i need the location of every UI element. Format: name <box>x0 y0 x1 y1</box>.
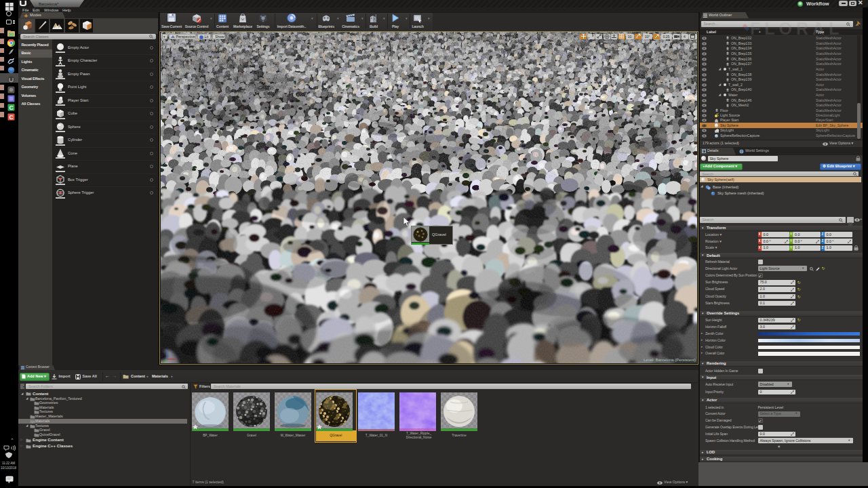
svg-text:C: C <box>9 113 13 120</box>
svg-text:C: C <box>9 104 13 111</box>
